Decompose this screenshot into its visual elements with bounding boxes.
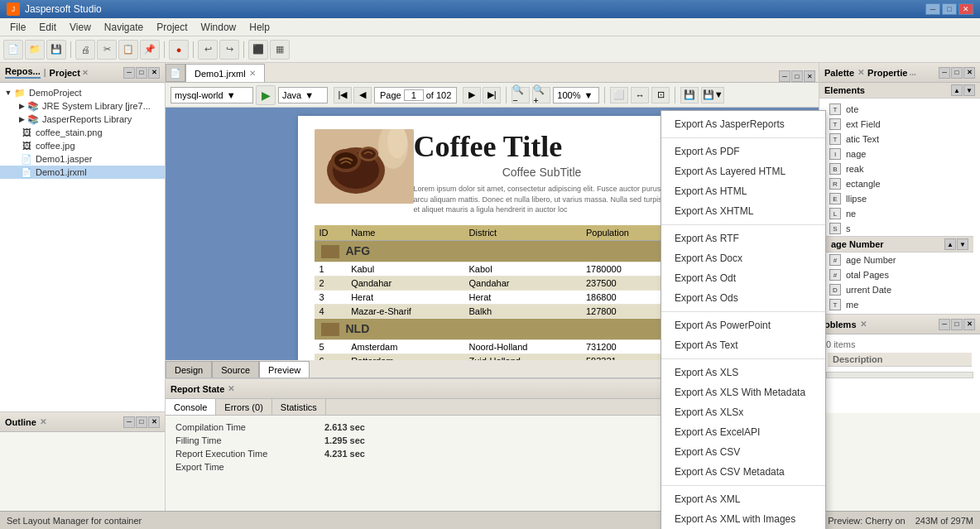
elem-ellipse[interactable]: E llipse bbox=[826, 191, 973, 206]
elem-expand[interactable]: ▼ bbox=[963, 84, 975, 96]
export-jasperreports[interactable]: Export As JasperReports bbox=[661, 114, 819, 134]
fit-actual-button[interactable]: ⊡ bbox=[651, 87, 670, 103]
elem-text-field[interactable]: T ext Field bbox=[826, 117, 973, 132]
elem-static-text[interactable]: T atic Text bbox=[826, 132, 973, 147]
menu-view[interactable]: View bbox=[63, 20, 98, 35]
editor-tab-demo1[interactable]: Demo1.jrxml ✕ bbox=[185, 64, 265, 82]
outline-min[interactable]: ─ bbox=[123, 416, 135, 428]
zoom-in-button[interactable]: 🔍+ bbox=[532, 87, 550, 103]
export-docx[interactable]: Export As Docx bbox=[661, 248, 819, 268]
last-page-button[interactable]: ▶| bbox=[483, 87, 501, 103]
project-tab[interactable]: Project bbox=[50, 68, 80, 78]
undo-button[interactable]: ↩ bbox=[198, 40, 218, 60]
comp-collapse[interactable]: ▲ bbox=[944, 238, 956, 250]
elem-s[interactable]: S s bbox=[826, 221, 973, 236]
fit-page-button[interactable]: ⬜ bbox=[610, 87, 628, 103]
export-odt[interactable]: Export As Odt bbox=[661, 268, 819, 288]
open-button[interactable]: 📁 bbox=[25, 40, 45, 60]
next-page-button[interactable]: ▶ bbox=[463, 87, 481, 103]
new-button[interactable]: 📄 bbox=[3, 40, 23, 60]
export-layered-html[interactable]: Export As Layered HTML bbox=[661, 161, 819, 181]
cut-button[interactable]: ✂ bbox=[97, 40, 117, 60]
elem-break[interactable]: B reak bbox=[826, 161, 973, 176]
tree-item-jasper-lib[interactable]: ▶ 📚 JasperReports Library bbox=[0, 113, 165, 126]
tab-design[interactable]: Design bbox=[166, 361, 212, 378]
align-button[interactable]: ⬛ bbox=[248, 40, 268, 60]
outline-title[interactable]: Outline bbox=[5, 417, 36, 427]
tab-preview[interactable]: Preview bbox=[259, 361, 310, 378]
export-powerpoint[interactable]: Export As PowerPoint bbox=[661, 315, 819, 335]
rp-max[interactable]: □ bbox=[951, 67, 963, 79]
elem-rectangle[interactable]: R ectangle bbox=[826, 176, 973, 191]
prev-page-button[interactable]: ◀ bbox=[353, 87, 372, 103]
elem-image[interactable]: I nage bbox=[826, 147, 973, 161]
menu-navigate[interactable]: Navigate bbox=[98, 20, 150, 35]
save-button[interactable]: 💾 bbox=[46, 40, 66, 60]
zoom-selector[interactable]: 100% ▼ bbox=[553, 87, 599, 103]
comp-expand[interactable]: ▼ bbox=[957, 238, 968, 250]
elem-note[interactable]: T ote bbox=[826, 102, 973, 117]
panel-close[interactable]: ✕ bbox=[148, 67, 160, 79]
editor-close[interactable]: ✕ bbox=[804, 70, 815, 82]
rp-min[interactable]: ─ bbox=[939, 67, 950, 79]
report-state-close[interactable]: ✕ bbox=[228, 384, 234, 393]
menu-help[interactable]: Help bbox=[243, 20, 276, 35]
menu-project[interactable]: Project bbox=[150, 20, 194, 35]
minimize-button[interactable]: ─ bbox=[925, 3, 940, 15]
elem-line[interactable]: L ne bbox=[826, 206, 973, 221]
outline-max[interactable]: □ bbox=[136, 416, 147, 428]
lang-selector[interactable]: Java ▼ bbox=[278, 87, 328, 103]
copy-button[interactable]: 📋 bbox=[118, 40, 138, 60]
export-pdf[interactable]: Export As PDF bbox=[661, 142, 819, 161]
menu-window[interactable]: Window bbox=[195, 20, 243, 35]
tab-source[interactable]: Source bbox=[212, 361, 259, 378]
editor-max[interactable]: □ bbox=[791, 70, 803, 82]
print-button[interactable]: 🖨 bbox=[75, 40, 95, 60]
export-dropdown-button[interactable]: 💾▼ bbox=[701, 87, 724, 103]
export-html[interactable]: Export As HTML bbox=[661, 181, 819, 201]
fit-width-button[interactable]: ↔ bbox=[631, 87, 649, 103]
close-button[interactable]: ✕ bbox=[958, 3, 973, 15]
rs-tab-errors[interactable]: Errors (0) bbox=[216, 399, 271, 415]
prob-min[interactable]: ─ bbox=[939, 319, 950, 330]
elem-time[interactable]: T me bbox=[826, 297, 973, 312]
export-ods[interactable]: Export As Ods bbox=[661, 288, 819, 308]
rs-tab-statistics[interactable]: Statistics bbox=[272, 399, 326, 415]
properties-title[interactable]: Propertie bbox=[867, 68, 907, 78]
project-close[interactable]: ✕ bbox=[82, 69, 89, 77]
compile-button[interactable]: ● bbox=[169, 40, 189, 60]
problems-title[interactable]: oblems bbox=[824, 320, 857, 329]
outline-close[interactable]: ✕ bbox=[148, 416, 160, 428]
maximize-button[interactable]: □ bbox=[942, 3, 957, 15]
tree-item-demo1-jrxml[interactable]: 📄 Demo1.jrxml bbox=[0, 166, 165, 179]
first-page-button[interactable]: |◀ bbox=[334, 87, 352, 103]
layout-button[interactable]: ▦ bbox=[270, 40, 290, 60]
tree-root[interactable]: ▼ 📁 DemoProject bbox=[0, 86, 165, 99]
page-input[interactable] bbox=[404, 89, 424, 101]
run-button[interactable]: ▶ bbox=[256, 85, 276, 105]
prob-max[interactable]: □ bbox=[951, 319, 963, 330]
prob-scrollbar[interactable] bbox=[826, 372, 973, 378]
repo-tab[interactable]: Repos... bbox=[5, 66, 41, 79]
zoom-out-button[interactable]: 🔍− bbox=[512, 87, 530, 103]
rs-tab-console[interactable]: Console bbox=[166, 399, 216, 415]
export-xhtml[interactable]: Export As XHTML bbox=[661, 201, 819, 221]
tree-item-jre[interactable]: ▶ 📚 JRE System Library [jre7... bbox=[0, 99, 165, 113]
panel-maximize[interactable]: □ bbox=[136, 67, 147, 79]
export-text[interactable]: Export As Text bbox=[661, 335, 819, 355]
prob-close[interactable]: ✕ bbox=[963, 319, 975, 330]
tree-item-coffee-stain[interactable]: 🖼 coffee_stain.png bbox=[0, 126, 165, 139]
rp-close[interactable]: ✕ bbox=[963, 67, 975, 79]
palette-title[interactable]: Palette bbox=[824, 68, 854, 78]
paste-button[interactable]: 📌 bbox=[140, 40, 160, 60]
editor-tab-close[interactable]: ✕ bbox=[249, 69, 256, 78]
menu-edit[interactable]: Edit bbox=[32, 20, 63, 35]
editor-min[interactable]: ─ bbox=[779, 70, 790, 82]
tree-item-coffee-jpg[interactable]: 🖼 coffee.jpg bbox=[0, 139, 165, 152]
menu-file[interactable]: File bbox=[3, 20, 32, 35]
elem-current-date[interactable]: D urrent Date bbox=[826, 282, 973, 297]
problems-close[interactable]: ✕ bbox=[860, 320, 867, 329]
panel-minimize[interactable]: ─ bbox=[123, 67, 135, 79]
save-report-button[interactable]: 💾 bbox=[680, 87, 699, 103]
db-selector[interactable]: mysql-world ▼ bbox=[171, 87, 253, 103]
